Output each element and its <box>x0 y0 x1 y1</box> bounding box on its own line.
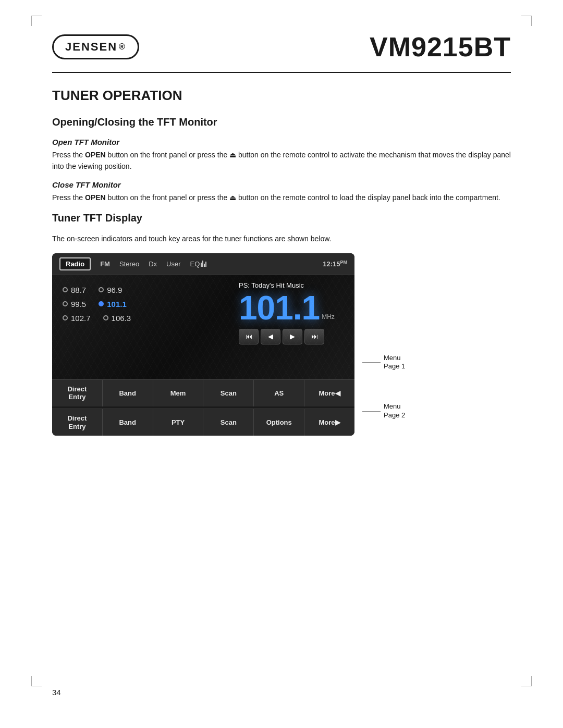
section-title: TUNER OPERATION <box>52 88 511 104</box>
corner-br <box>521 676 532 686</box>
preset-freq-2: 96.9 <box>107 286 122 294</box>
menu-item-more-left[interactable]: More◀ <box>304 380 354 406</box>
transport-controls: ⏮ ◀ ▶ ⏭ <box>239 329 324 344</box>
eq-bars <box>201 261 206 267</box>
dx-indicator: Dx <box>149 260 157 268</box>
open-tft-title: Open TFT Monitor <box>52 138 511 146</box>
menu-item-more-right[interactable]: More▶ <box>304 409 354 436</box>
tuner-display-title: Tuner TFT Display <box>52 212 511 224</box>
menu-item-band-2[interactable]: Band <box>103 409 153 436</box>
menu-item-band-1[interactable]: Band <box>103 380 153 406</box>
corner-tl <box>31 16 42 26</box>
preset-list: 88.7 96.9 99.5 <box>52 275 235 379</box>
preset-item-6: 106.3 <box>103 314 131 323</box>
preset-item-1: 88.7 <box>63 286 86 294</box>
preset-freq-3: 99.5 <box>71 300 86 309</box>
preset-item-5: 102.7 <box>63 314 91 323</box>
close-tft-title: Close TFT Monitor <box>52 180 511 189</box>
preset-freq-4: 101.1 <box>107 300 127 309</box>
menu-item-direct-entry-1[interactable]: Direct Entry <box>52 380 103 406</box>
radio-mode-badge: Radio <box>59 257 91 270</box>
jensen-logo: JENSEN ® <box>52 34 139 59</box>
preset-dot-6 <box>103 315 108 320</box>
skip-forward-button[interactable]: ⏭ <box>304 329 324 344</box>
eq-icon: EQ <box>190 260 207 268</box>
screen-body: 88.7 96.9 99.5 <box>52 275 354 379</box>
preset-dot-1 <box>63 287 68 292</box>
radio-screen-wrapper: Radio FM Stereo Dx User EQ <box>52 253 511 436</box>
tuner-display-desc: The on-screen indicators and touch key a… <box>52 233 511 245</box>
ps-text: PS: Today's Hit Music <box>239 281 304 289</box>
menu-item-scan-1[interactable]: Scan <box>203 380 254 406</box>
eq-bar-1 <box>201 263 202 267</box>
opening-closing-section: Opening/Closing the TFT Monitor Open TFT… <box>52 116 511 204</box>
preset-dot-4 <box>99 301 104 306</box>
tuner-display-section: Tuner TFT Display The on-screen indicato… <box>52 212 511 436</box>
annotation-line-1 <box>362 362 381 363</box>
model-number: VM9215BT <box>370 31 511 63</box>
preset-row-2: 99.5 101.1 <box>63 300 226 309</box>
eq-bar-2 <box>202 261 203 267</box>
stereo-indicator: Stereo <box>119 260 139 268</box>
preset-dot-5 <box>63 315 68 320</box>
eq-bar-4 <box>205 262 206 267</box>
screen-right: PS: Today's Hit Music 101.1 MHz ⏮ ◀ ▶ ⏭ <box>235 275 354 379</box>
menu-item-direct-entry-2[interactable]: Direct Entry <box>52 409 103 436</box>
menu-item-mem[interactable]: Mem <box>153 380 204 406</box>
open-tft-text: Press the OPEN button on the front panel… <box>52 150 511 172</box>
preset-item-2: 96.9 <box>99 286 122 294</box>
preset-item-4: 101.1 <box>99 300 127 309</box>
preset-row-1: 88.7 96.9 <box>63 286 226 294</box>
preset-dot-3 <box>63 301 68 306</box>
preset-freq-1: 88.7 <box>71 286 86 294</box>
current-frequency: 101.1 <box>239 291 320 325</box>
annotation-menu-1: Menu Page 1 <box>362 354 405 372</box>
preset-freq-6: 106.3 <box>112 314 131 323</box>
radio-screen: Radio FM Stereo Dx User EQ <box>52 253 354 436</box>
corner-bl <box>31 676 42 686</box>
menu-item-pty[interactable]: PTY <box>153 409 204 436</box>
brand-name: JENSEN <box>65 40 117 54</box>
band-indicator: FM <box>100 260 110 268</box>
menu-bar-2: Direct Entry Band PTY Scan Options More▶ <box>52 409 354 436</box>
annotation-text-2: Menu Page 2 <box>384 402 405 420</box>
preset-row-3: 102.7 106.3 <box>63 314 226 323</box>
menu-item-scan-2[interactable]: Scan <box>203 409 254 436</box>
corner-tr <box>521 16 532 26</box>
skip-back-button[interactable]: ⏮ <box>239 329 259 344</box>
annotation-line-2 <box>362 411 381 412</box>
preset-dot-2 <box>99 287 104 292</box>
annotations: Menu Page 1 Menu Page 2 <box>362 253 405 436</box>
preset-freq-5: 102.7 <box>71 314 91 323</box>
screen-status-bar: Radio FM Stereo Dx User EQ <box>52 253 354 275</box>
mhz-label: MHz <box>322 313 335 320</box>
header: JENSEN ® VM9215BT <box>52 31 511 63</box>
eq-bar-3 <box>204 264 205 267</box>
next-button[interactable]: ▶ <box>283 329 302 344</box>
page: JENSEN ® VM9215BT TUNER OPERATION Openin… <box>0 0 563 728</box>
annotation-text-1: Menu Page 1 <box>384 354 405 372</box>
time-display: 12:15PM <box>323 260 347 268</box>
menu-item-options[interactable]: Options <box>254 409 304 436</box>
menu-item-as[interactable]: AS <box>254 380 304 406</box>
page-number: 34 <box>52 688 61 697</box>
menu-bar-1: Direct Entry Band Mem Scan AS More◀ <box>52 379 354 406</box>
annotation-menu-2: Menu Page 2 <box>362 402 405 420</box>
registered-mark: ® <box>119 42 126 52</box>
header-divider <box>52 72 511 73</box>
close-tft-text: Press the OPEN button on the front panel… <box>52 192 511 204</box>
preset-item-3: 99.5 <box>63 300 86 309</box>
prev-button[interactable]: ◀ <box>261 329 280 344</box>
user-indicator: User <box>166 260 180 268</box>
opening-closing-title: Opening/Closing the TFT Monitor <box>52 116 511 128</box>
